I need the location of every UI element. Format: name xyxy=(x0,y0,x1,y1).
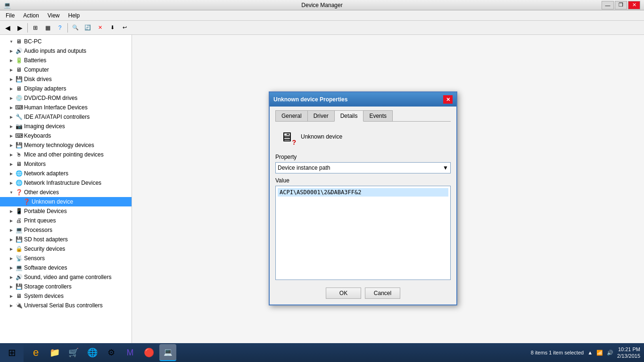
tree-expand-arrow[interactable]: ▶ xyxy=(8,273,15,281)
toolbar-disable[interactable]: ⬇ xyxy=(107,22,118,33)
tree-item[interactable]: ▶🖥System devices xyxy=(0,291,132,301)
tree-expand-arrow[interactable]: ▶ xyxy=(8,283,15,290)
tree-expand-arrow[interactable]: ▶ xyxy=(8,170,15,177)
tree-item[interactable]: ▶🖥Monitors xyxy=(0,159,132,169)
tree-item[interactable]: ▶🖥Computer xyxy=(0,65,132,74)
maximize-button[interactable]: ❐ xyxy=(615,1,627,9)
toolbar-update[interactable]: 🔄 xyxy=(82,22,93,33)
tree-item[interactable]: ▶🔋Batteries xyxy=(0,56,132,65)
tree-expand-arrow[interactable]: ▶ xyxy=(8,302,15,309)
tree-item[interactable]: ▶💾Memory technology devices xyxy=(0,140,132,150)
tree-item[interactable]: ▶💾SD host adapters xyxy=(0,235,132,244)
tab-events[interactable]: Events xyxy=(363,110,393,121)
tree-expand-arrow[interactable]: ▶ xyxy=(8,207,15,215)
tree-expand-arrow[interactable]: ▶ xyxy=(8,255,15,262)
minimize-button[interactable]: — xyxy=(602,1,614,9)
toolbar-uninstall[interactable]: ✕ xyxy=(94,22,106,33)
menu-view[interactable]: View xyxy=(44,11,64,20)
tree-item-label: DVD/CD-ROM drives xyxy=(24,95,77,101)
cancel-button[interactable]: Cancel xyxy=(365,288,400,299)
tree-item[interactable]: ❓Unknown device xyxy=(0,197,132,206)
tree-item[interactable]: ▶💻Processors xyxy=(0,225,132,235)
tree-expand-arrow[interactable]: ▶ xyxy=(8,94,15,102)
taskbar-store[interactable]: 🛒 xyxy=(65,344,82,361)
device-tree[interactable]: ▼ 🖥 BC-PC ▶🔊Audio inputs and outputs▶🔋Ba… xyxy=(0,35,132,343)
tree-item[interactable]: ▶🔒Security devices xyxy=(0,244,132,254)
taskbar-app2[interactable]: 🔴 xyxy=(140,344,157,361)
taskbar-explorer[interactable]: 📁 xyxy=(46,344,63,361)
tree-expand-arrow[interactable]: ▶ xyxy=(8,160,15,168)
tree-item[interactable]: ▶🌐Network Infrastructure Devices xyxy=(0,178,132,188)
close-button[interactable]: ✕ xyxy=(628,1,640,9)
tree-item[interactable]: ▶📷Imaging devices xyxy=(0,122,132,131)
tree-item[interactable]: ▶📡Sensors xyxy=(0,254,132,263)
taskbar-ie[interactable]: e xyxy=(27,344,44,361)
tree-expand-arrow[interactable]: ▶ xyxy=(8,123,15,130)
property-dropdown[interactable]: Device instance path ▼ xyxy=(275,162,451,173)
tree-expand-arrow[interactable]: ▼ xyxy=(8,189,15,196)
tree-expand-arrow[interactable]: ▶ xyxy=(8,151,15,158)
taskbar-clock[interactable]: 10:21 PM 2/13/2015 xyxy=(617,346,640,360)
toolbar-view-devices[interactable]: ▦ xyxy=(42,22,53,33)
taskbar-chrome[interactable]: 🌐 xyxy=(84,344,101,361)
tab-driver[interactable]: Driver xyxy=(307,110,335,121)
tree-expand-arrow[interactable]: ▶ xyxy=(8,179,15,187)
toolbar-properties[interactable]: ⊞ xyxy=(30,22,41,33)
menu-help[interactable]: Help xyxy=(65,11,84,20)
ok-button[interactable]: OK xyxy=(326,288,361,299)
tree-expand-arrow[interactable]: ▶ xyxy=(8,75,15,83)
dialog-close-button[interactable]: ✕ xyxy=(443,95,453,104)
tree-item[interactable]: ▶📱Portable Devices xyxy=(0,206,132,216)
tree-item[interactable]: ▶🖨Print queues xyxy=(0,216,132,225)
tree-root[interactable]: ▼ 🖥 BC-PC xyxy=(0,37,132,46)
toolbar-rollback[interactable]: ↩ xyxy=(119,22,130,33)
tree-expand-arrow[interactable]: ▶ xyxy=(8,236,15,243)
tree-item[interactable]: ▶💾Disk drives xyxy=(0,74,132,84)
tree-item[interactable]: ▶🔧IDE ATA/ATAPI controllers xyxy=(0,112,132,122)
start-button[interactable]: ⊞ xyxy=(0,343,24,362)
toolbar-scan[interactable]: 🔍 xyxy=(70,22,81,33)
taskbar-device-manager[interactable]: 💻 xyxy=(159,344,176,361)
tree-expand-arrow[interactable]: ▶ xyxy=(8,292,15,300)
tree-expand-arrow[interactable]: ▶ xyxy=(8,132,15,140)
menu-file[interactable]: File xyxy=(2,11,18,20)
tab-details[interactable]: Details xyxy=(334,110,364,122)
volume-icon[interactable]: 🔊 xyxy=(607,350,613,356)
tree-expand-arrow[interactable]: ▶ xyxy=(8,66,15,74)
tree-expand-arrow[interactable]: ▶ xyxy=(8,141,15,149)
tree-item[interactable]: ▶🔊Sound, video and game controllers xyxy=(0,272,132,282)
tree-item[interactable]: ▶🖥Display adapters xyxy=(0,84,132,93)
tree-expand-arrow[interactable] xyxy=(15,198,23,206)
tree-item[interactable]: ▶💾Storage controllers xyxy=(0,282,132,291)
toolbar-back[interactable]: ◀ xyxy=(2,22,13,33)
menu-action[interactable]: Action xyxy=(19,11,42,20)
tree-item[interactable]: ▼❓Other devices xyxy=(0,188,132,197)
show-hidden-icon[interactable]: ▲ xyxy=(587,350,593,355)
tree-expand-arrow[interactable]: ▶ xyxy=(8,57,15,64)
tree-expand-arrow[interactable]: ▶ xyxy=(8,226,15,234)
tab-general[interactable]: General xyxy=(275,110,308,121)
tree-expand-arrow[interactable]: ▶ xyxy=(8,264,15,272)
tree-expand-arrow[interactable]: ▶ xyxy=(8,113,15,121)
tree-item[interactable]: ▶🌐Network adapters xyxy=(0,169,132,178)
taskbar-app1[interactable]: M xyxy=(122,344,139,361)
tree-expand-arrow[interactable]: ▶ xyxy=(8,217,15,224)
tree-item[interactable]: ▶🔊Audio inputs and outputs xyxy=(0,46,132,56)
tree-item[interactable]: ▶⌨Human Interface Devices xyxy=(0,103,132,112)
tree-item[interactable]: ▶⌨Keyboards xyxy=(0,131,132,140)
tree-item[interactable]: ▶🔌Universal Serial Bus controllers xyxy=(0,301,132,310)
tree-expand-arrow[interactable]: ▶ xyxy=(8,85,15,92)
taskbar-settings[interactable]: ⚙ xyxy=(103,344,120,361)
root-expand[interactable]: ▼ xyxy=(8,38,15,45)
tree-expand-arrow[interactable]: ▶ xyxy=(8,104,15,111)
taskbar-status-items: 8 items 1 item selected xyxy=(531,350,584,355)
toolbar-forward[interactable]: ▶ xyxy=(14,22,25,33)
clock-time: 10:21 PM xyxy=(617,346,640,353)
toolbar-help[interactable]: ? xyxy=(54,22,66,33)
tree-expand-arrow[interactable]: ▶ xyxy=(8,245,15,253)
tree-expand-arrow[interactable]: ▶ xyxy=(8,47,15,55)
tree-item-icon: 🖥 xyxy=(15,85,23,92)
tree-item[interactable]: ▶💻Software devices xyxy=(0,263,132,272)
tree-item[interactable]: ▶💿DVD/CD-ROM drives xyxy=(0,93,132,103)
tree-item[interactable]: ▶🖱Mice and other pointing devices xyxy=(0,150,132,159)
